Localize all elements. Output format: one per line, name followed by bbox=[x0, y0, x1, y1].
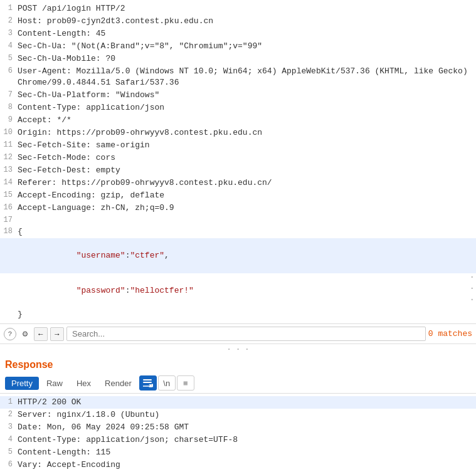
line-3: 3 Content-Length: 45 bbox=[0, 28, 476, 40]
ellipsis-divider: · · · bbox=[0, 344, 476, 355]
response-line-2: 2 Server: nginx/1.18.0 (Ubuntu) bbox=[0, 409, 476, 421]
search-forward-button[interactable]: → bbox=[50, 327, 64, 341]
search-input[interactable] bbox=[66, 327, 426, 341]
line-4: 4 Sec-Ch-Ua: "(Not(A:Brand";v="8", "Chro… bbox=[0, 40, 476, 53]
response-line-3: 3 Date: Mon, 06 May 2024 09:25:58 GMT bbox=[0, 421, 476, 434]
line-13: 13 Sec-Fetch-Dest: empty bbox=[0, 164, 476, 177]
wrap-icon bbox=[143, 379, 153, 387]
settings-icon[interactable]: ⚙ bbox=[19, 328, 31, 340]
tab-pretty[interactable]: Pretty bbox=[5, 377, 39, 390]
request-code-block: 1 POST /api/login HTTP/2 2 Host: prob09-… bbox=[0, 0, 476, 323]
side-dots: · · · bbox=[468, 270, 476, 307]
line-14: 14 Referer: https://prob09-ohrwyyv8.cont… bbox=[0, 177, 476, 189]
line-15: 15 Accept-Encoding: gzip, deflate bbox=[0, 189, 476, 202]
search-back-button[interactable]: ← bbox=[34, 327, 48, 341]
line-16: 16 Accept-Language: zh-CN, zh;q=0.9 bbox=[0, 202, 476, 214]
line-6: 6 User-Agent: Mozilla/5.0 (Windows NT 10… bbox=[0, 65, 476, 89]
tab-raw[interactable]: Raw bbox=[40, 377, 69, 390]
search-bar: ? ⚙ ← → 0 matches bbox=[0, 323, 476, 344]
response-title: Response bbox=[0, 355, 476, 373]
response-code-block: 1 HTTP/2 200 OK 2 Server: nginx/1.18.0 (… bbox=[0, 394, 476, 472]
menu-icon-button[interactable]: ≡ bbox=[177, 375, 194, 391]
request-section: 1 POST /api/login HTTP/2 2 Host: prob09-… bbox=[0, 0, 476, 323]
line-18: 18 { bbox=[0, 226, 476, 238]
line-10: 10 Origin: https://prob09-ohrwyyv8.conte… bbox=[0, 127, 476, 139]
response-line-5: 5 Content-Length: 115 bbox=[0, 446, 476, 459]
response-tabs: Pretty Raw Hex Render \n ≡ bbox=[0, 373, 476, 394]
svg-rect-0 bbox=[143, 379, 152, 380]
line-2: 2 Host: prob09-cjyn2dt3.contest.pku.edu.… bbox=[0, 15, 476, 28]
tab-hex[interactable]: Hex bbox=[70, 377, 97, 390]
response-line-4: 4 Content-Type: application/json; charse… bbox=[0, 434, 476, 446]
line-1: 1 POST /api/login HTTP/2 bbox=[0, 3, 476, 15]
tab-render[interactable]: Render bbox=[98, 377, 138, 390]
matches-count: 0 matches bbox=[428, 329, 472, 338]
line-11: 11 Sec-Fetch-Site: same-origin bbox=[0, 139, 476, 152]
newline-icon-button[interactable]: \n bbox=[158, 375, 176, 391]
line-12: 12 Sec-Fetch-Mode: cors bbox=[0, 152, 476, 164]
line-7: 7 Sec-Ch-Ua-Platform: "Windows" bbox=[0, 89, 476, 102]
line-21: } bbox=[0, 308, 476, 321]
line-20-password: "password":"helloctfer!" bbox=[0, 273, 476, 308]
response-line-6: 6 Vary: Accept-Encoding bbox=[0, 459, 476, 471]
svg-rect-1 bbox=[143, 382, 152, 383]
line-17: 17 bbox=[0, 214, 476, 226]
response-line-1: 1 HTTP/2 200 OK bbox=[0, 396, 476, 409]
line-9: 9 Accept: */* bbox=[0, 114, 476, 127]
line-19-username: "username":"ctfer", bbox=[0, 238, 476, 273]
line-5: 5 Sec-Ch-Ua-Mobile: ?0 bbox=[0, 53, 476, 65]
format-icon-button[interactable] bbox=[139, 375, 157, 391]
line-8: 8 Content-Type: application/json bbox=[0, 102, 476, 114]
main-wrapper: 1 POST /api/login HTTP/2 2 Host: prob09-… bbox=[0, 0, 476, 472]
response-section: Response Pretty Raw Hex Render \n ≡ 1 HT… bbox=[0, 355, 476, 472]
help-icon[interactable]: ? bbox=[4, 328, 16, 340]
